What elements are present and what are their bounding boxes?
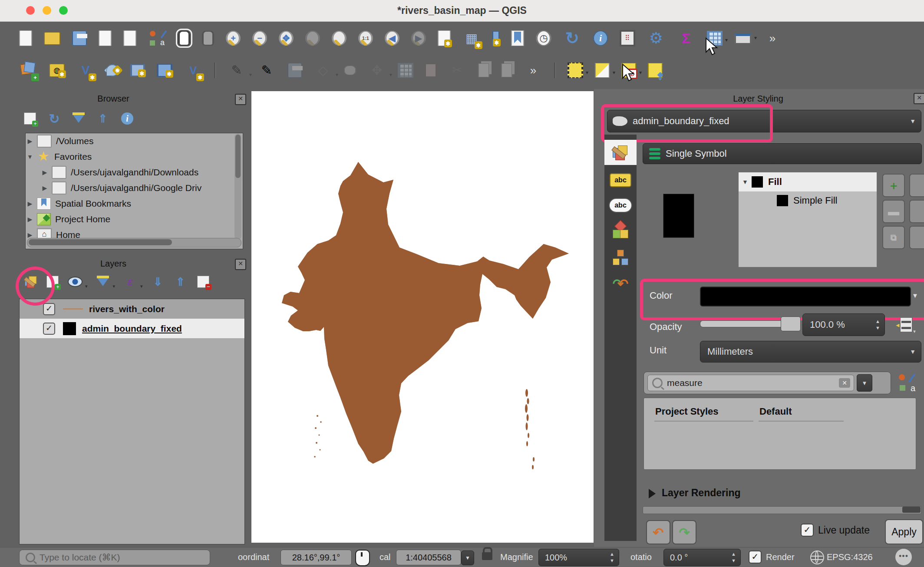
add-directory-icon[interactable]: + xyxy=(23,111,37,126)
new-virtual-layer-button[interactable]: V✱ xyxy=(184,61,202,79)
expand-icon[interactable]: ▶ xyxy=(40,185,49,191)
rotation-spinbox[interactable]: 0.0 ° ▲▼ xyxy=(663,549,741,566)
select-features-button[interactable]: ▾ xyxy=(568,63,583,78)
browser-item-favorites[interactable]: ▼ ★ Favorites xyxy=(26,149,243,165)
move-down-button[interactable] xyxy=(909,226,924,249)
layer-checkbox[interactable]: ✓ xyxy=(43,303,55,315)
data-source-manager-button[interactable]: + xyxy=(19,61,37,79)
properties-icon[interactable]: i xyxy=(120,111,135,126)
dropdown-arrow-icon[interactable]: ▾ xyxy=(389,72,392,78)
zoom-next-button[interactable]: ▶ xyxy=(411,31,426,46)
paste-features-button[interactable] xyxy=(501,63,512,77)
layer-row-rivers[interactable]: ✓ rivers_with_color xyxy=(20,299,244,319)
style-manager-button[interactable]: a xyxy=(148,29,166,47)
dropdown-arrow-icon[interactable]: ▾ xyxy=(85,284,88,289)
layer-name[interactable]: admin_boundary_fixed xyxy=(82,323,182,334)
new-mesh-layer-button[interactable]: ✱ xyxy=(157,64,172,77)
digitizing-overflow-button[interactable]: » xyxy=(524,61,542,79)
dropdown-arrow-icon[interactable]: ▾ xyxy=(725,37,728,43)
tab-history[interactable]: ↷↶ xyxy=(604,271,637,296)
browser-horizontal-scrollbar-thumb[interactable] xyxy=(29,239,172,245)
browser-item-google-drive[interactable]: ▶ /Users/ujavalgandhi/Google Driv xyxy=(26,180,243,196)
undo-style-button[interactable]: ↶ xyxy=(646,520,670,544)
expand-icon[interactable]: ▶ xyxy=(26,216,34,223)
styles-tab-default[interactable]: Default xyxy=(759,406,792,417)
dropdown-arrow-icon[interactable]: ▾ xyxy=(613,69,615,76)
refresh-map-button[interactable]: ↻ xyxy=(563,29,581,47)
search-dropdown-button[interactable]: ▼ xyxy=(857,374,872,392)
zoom-full-button[interactable]: ✥ xyxy=(279,31,294,46)
layer-styling-close-icon[interactable]: ✕ xyxy=(914,93,924,104)
collapse-icon[interactable]: ▼ xyxy=(26,153,34,160)
scale-dropdown-arrow-icon[interactable]: ▼ xyxy=(461,551,474,565)
locate-input[interactable]: Type to locate (⌘K) xyxy=(19,550,210,565)
add-polygon-feature-button[interactable]: ◇▾ xyxy=(314,61,332,79)
layer-name[interactable]: rivers_with_color xyxy=(89,304,165,314)
remove-symbol-layer-button[interactable]: ▬ xyxy=(882,200,905,223)
coordinate-input[interactable]: 28.16°,99.1° xyxy=(280,550,352,565)
toggle-editing-button[interactable]: ✎ xyxy=(257,61,276,79)
styles-tab-project[interactable]: Project Styles xyxy=(655,406,719,417)
styling-horizontal-scrollbar[interactable] xyxy=(643,506,921,514)
browser-item-spatial-bookmarks[interactable]: ▶ Spatial Bookmarks xyxy=(26,196,243,211)
zoom-out-button[interactable]: − xyxy=(252,31,267,46)
clear-search-icon[interactable]: ✕ xyxy=(839,378,850,388)
expand-icon[interactable]: ▶ xyxy=(26,138,34,145)
unit-dropdown[interactable]: Millimeters ▼ xyxy=(700,341,921,363)
temporal-controller-button[interactable]: ◷ xyxy=(536,30,551,46)
show-spatial-bookmarks-button[interactable] xyxy=(511,30,524,46)
open-project-button[interactable] xyxy=(44,32,60,45)
magnifier-spinbox[interactable]: 100% ▲▼ xyxy=(538,549,619,566)
zoom-in-button[interactable]: + xyxy=(226,31,241,46)
expand-icon[interactable]: ▶ xyxy=(26,200,34,207)
new-spatialite-layer-button[interactable]: ✱ xyxy=(104,62,121,79)
zoom-last-button[interactable]: ◀ xyxy=(385,31,399,46)
browser-item-project-home[interactable]: ▶ Project Home xyxy=(26,211,243,227)
add-symbol-layer-button[interactable]: ＋ xyxy=(882,174,905,197)
layer-rendering-label[interactable]: Layer Rendering xyxy=(662,487,741,499)
dropdown-arrow-icon[interactable]: ▾ xyxy=(639,69,642,76)
redo-style-button[interactable]: ↷ xyxy=(672,520,696,544)
new-temporary-scratch-layer-button[interactable]: ✱ xyxy=(130,64,145,76)
identify-features-button[interactable]: i xyxy=(593,31,608,46)
filter-browser-icon[interactable] xyxy=(71,111,86,126)
live-update-checkbox[interactable]: ✓ xyxy=(801,524,814,537)
show-layout-manager-button[interactable] xyxy=(123,30,136,46)
new-geopackage-layer-button[interactable]: ◍✱ xyxy=(49,64,65,77)
current-edits-button[interactable]: ✎▾ xyxy=(228,61,246,79)
filter-by-expression-icon[interactable]: ε xyxy=(123,274,138,289)
save-project-button[interactable] xyxy=(72,31,87,46)
browser-close-icon[interactable]: ✕ xyxy=(235,94,246,105)
renderer-dropdown[interactable]: Single Symbol xyxy=(643,143,922,164)
dropdown-arrow-icon[interactable]: ▾ xyxy=(754,35,757,41)
dropdown-arrow-icon[interactable]: ▾ xyxy=(140,284,143,289)
measure-line-button[interactable]: ▾ xyxy=(734,33,752,43)
new-print-layout-button[interactable] xyxy=(99,30,112,46)
pan-to-selection-button[interactable] xyxy=(202,31,214,46)
new-3d-map-view-button[interactable]: ▦✱ xyxy=(462,29,481,47)
symbol-tree-simple-fill-row[interactable]: Simple Fill xyxy=(739,191,877,210)
field-calculator-button[interactable]: ⠿ xyxy=(620,30,635,46)
modify-attributes-button[interactable] xyxy=(398,63,413,78)
collapse-all-icon[interactable]: ⇑ xyxy=(173,274,188,289)
delete-selected-button[interactable] xyxy=(425,64,436,77)
new-map-view-button[interactable]: ✱ xyxy=(438,30,451,46)
move-feature-button[interactable] xyxy=(344,66,356,75)
expand-icon[interactable]: ▶ xyxy=(26,231,34,238)
crs-value[interactable]: EPSG:4326 xyxy=(827,552,873,562)
processing-toolbox-button[interactable]: ⚙ xyxy=(647,29,665,47)
zoom-native-button[interactable]: 1:1 xyxy=(358,31,373,46)
zoom-to-layer-button[interactable] xyxy=(332,31,346,46)
browser-item-volumes[interactable]: ▶ /Volumes xyxy=(26,133,243,149)
invert-selection-button[interactable]: ▾ xyxy=(595,63,610,78)
opacity-spinbox[interactable]: 100.0 % ▲▼ xyxy=(802,313,885,336)
new-project-button[interactable] xyxy=(19,30,32,46)
layer-checkbox[interactable]: ✓ xyxy=(43,323,55,335)
new-shapefile-layer-button[interactable]: V✱ xyxy=(76,61,95,79)
style-manager-icon[interactable]: a xyxy=(897,373,916,392)
opacity-slider-handle[interactable] xyxy=(781,316,801,331)
style-search-input[interactable]: measure ✕ xyxy=(647,375,854,391)
spin-arrows-icon[interactable]: ▲▼ xyxy=(610,552,614,563)
tab-symbology[interactable] xyxy=(604,140,637,165)
tab-symbology-overrides[interactable] xyxy=(604,245,637,270)
